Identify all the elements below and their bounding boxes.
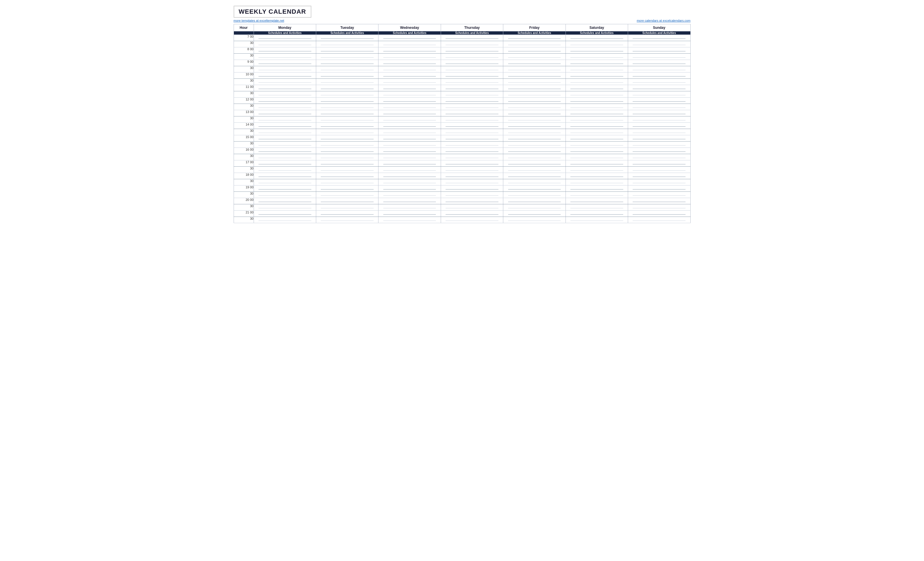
schedule-cell-half[interactable] xyxy=(316,154,378,160)
schedule-cell[interactable] xyxy=(566,211,628,217)
schedule-cell-half[interactable] xyxy=(254,41,316,47)
schedule-cell-half[interactable] xyxy=(441,41,503,47)
schedule-cell[interactable] xyxy=(566,35,628,41)
schedule-cell-half[interactable] xyxy=(378,154,441,160)
schedule-cell[interactable] xyxy=(628,123,690,129)
schedule-cell[interactable] xyxy=(503,72,566,79)
schedule-cell[interactable] xyxy=(566,198,628,204)
schedule-cell-half[interactable] xyxy=(441,104,503,110)
schedule-cell-half[interactable] xyxy=(254,154,316,160)
schedule-cell[interactable] xyxy=(378,160,441,167)
schedule-cell-half[interactable] xyxy=(378,179,441,186)
schedule-cell[interactable] xyxy=(503,186,566,192)
schedule-cell-half[interactable] xyxy=(316,192,378,198)
schedule-cell[interactable] xyxy=(441,97,503,104)
schedule-cell-half[interactable] xyxy=(628,79,690,85)
schedule-cell[interactable] xyxy=(628,135,690,142)
schedule-cell[interactable] xyxy=(628,35,690,41)
schedule-cell-half[interactable] xyxy=(316,167,378,173)
schedule-cell[interactable] xyxy=(378,123,441,129)
schedule-cell-half[interactable] xyxy=(628,154,690,160)
schedule-cell-half[interactable] xyxy=(441,91,503,97)
schedule-cell-half[interactable] xyxy=(566,217,628,223)
schedule-cell[interactable] xyxy=(503,110,566,117)
schedule-cell-half[interactable] xyxy=(254,217,316,223)
schedule-cell-half[interactable] xyxy=(566,167,628,173)
link-right[interactable]: more calendars at excelcalendars.com xyxy=(637,19,690,22)
schedule-cell-half[interactable] xyxy=(503,54,566,60)
schedule-cell-half[interactable] xyxy=(316,104,378,110)
schedule-cell-half[interactable] xyxy=(503,117,566,123)
schedule-cell[interactable] xyxy=(378,85,441,91)
schedule-cell-half[interactable] xyxy=(628,41,690,47)
schedule-cell[interactable] xyxy=(441,135,503,142)
schedule-cell[interactable] xyxy=(566,60,628,66)
schedule-cell-half[interactable] xyxy=(566,79,628,85)
schedule-cell[interactable] xyxy=(628,110,690,117)
schedule-cell[interactable] xyxy=(441,186,503,192)
schedule-cell[interactable] xyxy=(378,173,441,179)
schedule-cell[interactable] xyxy=(254,135,316,142)
schedule-cell-half[interactable] xyxy=(441,167,503,173)
schedule-cell-half[interactable] xyxy=(566,54,628,60)
schedule-cell[interactable] xyxy=(628,72,690,79)
link-left[interactable]: more templates at exceltemplate.net xyxy=(234,19,284,22)
schedule-cell[interactable] xyxy=(378,186,441,192)
schedule-cell-half[interactable] xyxy=(316,41,378,47)
schedule-cell[interactable] xyxy=(378,35,441,41)
schedule-cell-half[interactable] xyxy=(503,179,566,186)
schedule-cell-half[interactable] xyxy=(566,104,628,110)
schedule-cell-half[interactable] xyxy=(254,79,316,85)
schedule-cell-half[interactable] xyxy=(503,91,566,97)
schedule-cell-half[interactable] xyxy=(628,204,690,211)
schedule-cell-half[interactable] xyxy=(316,179,378,186)
schedule-cell-half[interactable] xyxy=(566,204,628,211)
schedule-cell[interactable] xyxy=(254,35,316,41)
schedule-cell[interactable] xyxy=(316,186,378,192)
schedule-cell[interactable] xyxy=(503,211,566,217)
schedule-cell-half[interactable] xyxy=(378,192,441,198)
schedule-cell-half[interactable] xyxy=(254,204,316,211)
schedule-cell[interactable] xyxy=(378,60,441,66)
schedule-cell-half[interactable] xyxy=(441,142,503,148)
schedule-cell[interactable] xyxy=(566,72,628,79)
schedule-cell-half[interactable] xyxy=(378,217,441,223)
schedule-cell[interactable] xyxy=(566,85,628,91)
schedule-cell-half[interactable] xyxy=(566,117,628,123)
schedule-cell[interactable] xyxy=(254,85,316,91)
schedule-cell-half[interactable] xyxy=(628,66,690,72)
schedule-cell[interactable] xyxy=(441,72,503,79)
schedule-cell-half[interactable] xyxy=(503,217,566,223)
schedule-cell-half[interactable] xyxy=(316,91,378,97)
schedule-cell[interactable] xyxy=(503,135,566,142)
schedule-cell[interactable] xyxy=(566,97,628,104)
schedule-cell[interactable] xyxy=(316,35,378,41)
schedule-cell-half[interactable] xyxy=(441,154,503,160)
schedule-cell[interactable] xyxy=(441,47,503,54)
schedule-cell[interactable] xyxy=(566,47,628,54)
schedule-cell[interactable] xyxy=(254,110,316,117)
schedule-cell[interactable] xyxy=(566,135,628,142)
schedule-cell[interactable] xyxy=(628,186,690,192)
schedule-cell-half[interactable] xyxy=(441,179,503,186)
schedule-cell[interactable] xyxy=(441,198,503,204)
schedule-cell[interactable] xyxy=(441,211,503,217)
schedule-cell[interactable] xyxy=(503,160,566,167)
schedule-cell[interactable] xyxy=(628,173,690,179)
schedule-cell-half[interactable] xyxy=(503,142,566,148)
schedule-cell-half[interactable] xyxy=(503,192,566,198)
schedule-cell-half[interactable] xyxy=(378,129,441,135)
schedule-cell[interactable] xyxy=(316,135,378,142)
schedule-cell-half[interactable] xyxy=(378,167,441,173)
schedule-cell[interactable] xyxy=(316,72,378,79)
schedule-cell[interactable] xyxy=(441,35,503,41)
schedule-cell[interactable] xyxy=(503,123,566,129)
schedule-cell[interactable] xyxy=(316,173,378,179)
schedule-cell-half[interactable] xyxy=(503,167,566,173)
schedule-cell-half[interactable] xyxy=(441,117,503,123)
schedule-cell[interactable] xyxy=(316,148,378,154)
schedule-cell-half[interactable] xyxy=(628,179,690,186)
schedule-cell[interactable] xyxy=(503,198,566,204)
schedule-cell-half[interactable] xyxy=(378,117,441,123)
schedule-cell[interactable] xyxy=(378,198,441,204)
